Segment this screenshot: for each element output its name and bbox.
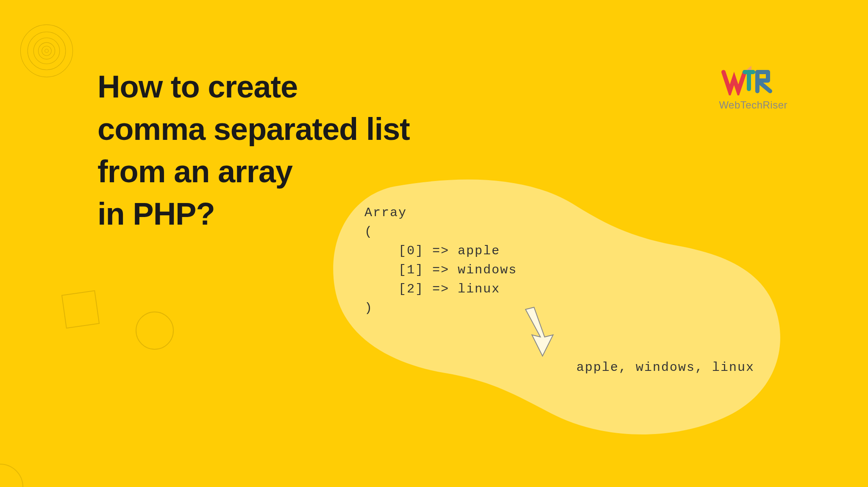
logo-icon [721,66,785,95]
logo-text: WebTechRiser [719,99,787,111]
logo: WebTechRiser [719,66,787,111]
code-item-1: [1] => windows [364,263,517,277]
code-item-2: [2] => linux [364,282,500,296]
code-close-paren: ) [364,301,373,315]
quarter-circle-decoration [0,464,23,487]
title-line-3: from an array [97,154,292,189]
output-text: apple, windows, linux [576,360,754,375]
circle-decoration [136,312,174,350]
arrow-icon [517,305,564,360]
title-line-1: How to create [97,69,298,104]
spiral-decoration [17,21,76,81]
title-line-4: in PHP? [97,196,215,231]
square-decoration [61,290,100,328]
code-array-label: Array [364,206,407,220]
code-block: Array ( [0] => apple [1] => windows [2] … [364,203,517,318]
title-line-2: comma separated list [97,111,410,147]
code-open-paren: ( [364,225,373,239]
code-item-0: [0] => apple [364,244,500,258]
